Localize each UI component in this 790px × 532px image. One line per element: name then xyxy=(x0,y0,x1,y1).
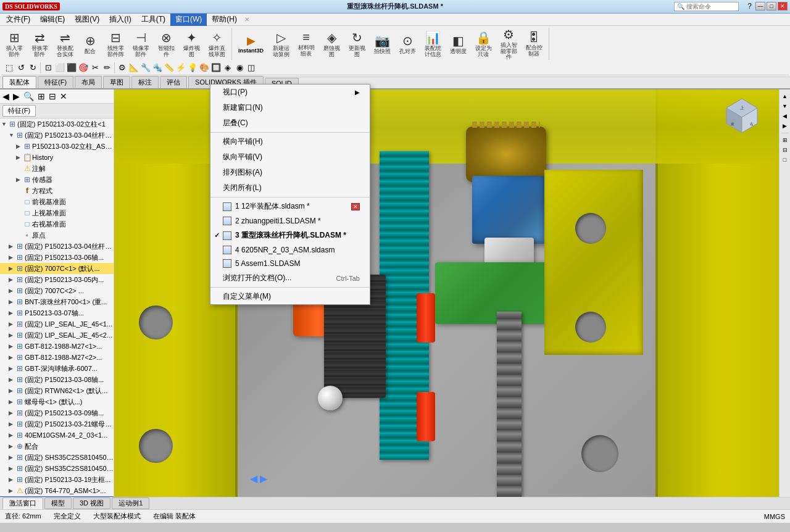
tb2-icon12[interactable]: ⚡ xyxy=(175,62,186,73)
tab-motion[interactable]: 运动例1 xyxy=(112,497,149,509)
left-nav-forward[interactable]: ▶ xyxy=(12,91,21,102)
tree-node-n21[interactable]: ▶ ⊞ GBT-深沟球轴承-6007... xyxy=(0,363,114,374)
smart-component-button[interactable]: ⚙ 插入智能零部件 xyxy=(496,29,521,59)
tree-node-plane1[interactable]: □ 前视基准面 xyxy=(0,196,114,207)
tab-3dview[interactable]: 3D 视图 xyxy=(73,497,110,509)
tree-node-n24[interactable]: ▶ ⊞ 螺母母<1> (默认...) xyxy=(0,396,114,407)
dd-item-customize[interactable]: 自定义菜单(M) xyxy=(210,289,370,304)
dd-item-vertical[interactable]: 纵向平铺(V) xyxy=(210,149,370,165)
replace-mate-button[interactable]: ⇌ 替换配合实体 xyxy=(52,29,77,59)
mate-button[interactable]: ⊕ 配合 xyxy=(78,29,102,59)
menu-window[interactable]: 窗口(W) xyxy=(170,13,207,26)
interference-button[interactable]: ◈ 磨蚀视图 xyxy=(319,29,344,59)
bom-button[interactable]: ≡ 材料明细表 xyxy=(294,29,318,59)
tb2-icon18[interactable]: ◫ xyxy=(246,62,257,73)
tree-node-n31[interactable]: ▶ ⊞ (固定) P150213-03-19主框... xyxy=(0,474,114,485)
left-expand[interactable]: ⊞ xyxy=(36,91,46,102)
close-button[interactable]: ✕ xyxy=(778,2,788,10)
tb2-icon3[interactable]: ⬛ xyxy=(66,62,77,73)
dd-item-file2[interactable]: 2 zhuangpeiti1.SLDASM * xyxy=(210,214,370,228)
explode-line-button[interactable]: ✧ 爆炸直线草图 xyxy=(204,29,229,59)
tab-feature-tree[interactable]: 特征(F) xyxy=(2,105,36,117)
tree-node-n11[interactable]: ▶ ⊞ (固定) P150213-03-06轴... xyxy=(0,252,114,263)
tree-node-history1[interactable]: ▶ 📋 History xyxy=(0,152,114,163)
tb2-rotate[interactable]: ↺ xyxy=(15,62,27,73)
tree-node-n2a[interactable]: ▶ ⊞ P150213-03-02立柱_ASM... xyxy=(0,141,114,152)
insert-part-button[interactable]: ⊞ 插入零 部件 xyxy=(2,29,27,59)
dd-item-close-all[interactable]: 关闭所有(L) xyxy=(210,180,370,196)
tree-node-n22[interactable]: ▶ ⊞ (固定) P150213-03-08轴... xyxy=(0,374,114,385)
tree-node-n15[interactable]: ▶ ⊞ BNT-滚珠丝杆700<1> (重... xyxy=(0,296,114,307)
tb2-icon8[interactable]: 📐 xyxy=(128,62,139,73)
tab-layout[interactable]: 布局 xyxy=(75,76,102,88)
tb2-icon2[interactable]: ⬜ xyxy=(54,62,65,73)
rt-btn-5[interactable]: ⊞ xyxy=(781,136,789,144)
dd-item-file4[interactable]: 4 6205NR_2_03_ASM.sldasm xyxy=(210,243,370,257)
tab-model[interactable]: 模型 xyxy=(44,497,72,509)
tb2-icon7[interactable]: ⚙ xyxy=(117,62,128,73)
tab-annotation[interactable]: 标注 xyxy=(131,76,159,88)
tree-node-n14[interactable]: ▶ ⊞ (固定) 7007C<2> ... xyxy=(0,285,114,296)
replace-part-button[interactable]: ⇄ 替换零部件 xyxy=(27,29,52,59)
mate-controller-button[interactable]: 🎛 配合控制器 xyxy=(522,29,546,59)
tab-active-window[interactable]: 激活窗口 xyxy=(2,497,43,509)
tree-node-n33[interactable]: ▼ ⊞ (固定) P150213-03-03滑台_AS... xyxy=(0,496,114,497)
tb2-icon9[interactable]: 🔧 xyxy=(140,62,151,73)
tree-node-sensor[interactable]: ▶ ⊞ 传感器 xyxy=(0,174,114,185)
tree-node-n17[interactable]: ▶ ⊞ (固定) LIP_SEAL_JE_45<1... xyxy=(0,318,114,330)
help-icon[interactable]: ? xyxy=(745,2,754,11)
asm-stat-button[interactable]: 📊 装配统计信息 xyxy=(420,29,445,59)
tree-node-n27[interactable]: ▶ ⊞ 40EM10GSM-24_2_03<1... xyxy=(0,430,114,441)
tb2-icon5[interactable]: ✂ xyxy=(89,62,101,73)
dd-file1-close[interactable]: ✕ xyxy=(351,203,360,210)
new-motion-button[interactable]: ▷ 新建运动算例 xyxy=(268,29,293,59)
tb2-icon10[interactable]: 🔩 xyxy=(152,62,163,73)
tree-node-n19[interactable]: ▶ ⊞ GBT-812-1988-M27<1>... xyxy=(0,341,114,352)
tree-node-n10[interactable]: ▶ ⊞ (固定) P150213-03-04丝杆库... xyxy=(0,241,114,252)
tree-node-root[interactable]: ▼ ⊞ (固定) P150213-03-02立柱<1 xyxy=(0,118,114,130)
rt-btn-7[interactable]: □ xyxy=(781,156,789,164)
tree-node-n29[interactable]: ▶ ⊞ (固定) SHS35C2SS8104508-M... xyxy=(0,452,114,463)
tree-node-n18[interactable]: ▶ ⊞ (固定) LIP_SEAL_JE_45<2... xyxy=(0,330,114,341)
dd-item-cascade[interactable]: 层叠(C) xyxy=(210,115,370,131)
menu-insert[interactable]: 插入(I) xyxy=(104,13,136,26)
tree-node-notes[interactable]: ⚠ 注解 xyxy=(0,163,114,174)
tree-node-plane3[interactable]: □ 右视基准面 xyxy=(0,218,114,230)
rt-btn-4[interactable]: ▶ xyxy=(781,122,789,130)
rt-btn-3[interactable]: ◀ xyxy=(781,112,789,120)
readonly-button[interactable]: 🔒 设定为只读 xyxy=(471,29,496,59)
tb2-icon11[interactable]: 📏 xyxy=(164,62,175,73)
linear-pattern-button[interactable]: ⊟ 线性零部件阵 xyxy=(103,29,128,59)
dd-item-viewport[interactable]: 视口(P) ▶ xyxy=(210,85,370,100)
minimize-button[interactable]: — xyxy=(755,2,765,10)
menu-tools[interactable]: 工具(T) xyxy=(136,13,170,26)
title-search[interactable]: 🔍 xyxy=(674,2,739,11)
tree-node-n13[interactable]: ▶ ⊞ (固定) P150213-03-05内... xyxy=(0,274,114,285)
tree-node-n12[interactable]: ▶ ⊞ (固定) 7007C<1> (默认... xyxy=(0,263,114,274)
dd-item-file5[interactable]: 5 Assem1.SLDASM xyxy=(210,257,370,270)
dd-item-arrange[interactable]: 排列图标(A) xyxy=(210,165,370,180)
tab-evaluate[interactable]: 评估 xyxy=(160,76,187,88)
tab-assembly[interactable]: 装配体 xyxy=(2,76,36,88)
tree-node-n16[interactable]: ▶ ⊞ P150213-03-07轴... xyxy=(0,307,114,318)
tree-node-origin[interactable]: ◦ 原点 xyxy=(0,230,114,241)
explode-button[interactable]: ✦ 爆炸视图 xyxy=(179,29,204,59)
tree-node-n23[interactable]: ▶ ⊞ (固定) RTWN62<1> (默认... xyxy=(0,385,114,396)
dd-item-file1[interactable]: 1 12半装配体.sldasm * ✕ xyxy=(210,199,370,214)
menu-view[interactable]: 视图(V) xyxy=(70,13,104,26)
dd-item-browse[interactable]: 浏览打开的文档(O)... Ctrl-Tab xyxy=(210,270,370,286)
tree-node-n25[interactable]: ▶ ⊞ (固定) P150213-03-09轴... xyxy=(0,407,114,418)
menu-edit[interactable]: 编辑(E) xyxy=(35,13,70,26)
left-collapse[interactable]: ⊟ xyxy=(48,91,57,102)
tab-features[interactable]: 特征(F) xyxy=(38,76,73,88)
transparency-button[interactable]: ◧ 透明度 xyxy=(446,29,470,59)
nav-right-arrow[interactable]: ▶ xyxy=(260,473,267,484)
menu-file[interactable]: 文件(F) xyxy=(1,13,35,26)
tb2-zoom-fit[interactable]: ⬚ xyxy=(4,62,15,73)
tb2-icon1[interactable]: ⊡ xyxy=(43,62,54,73)
mirror-button[interactable]: ⊣ 镜像零部件 xyxy=(128,29,153,59)
tree-node-n32[interactable]: ▶ ⚠ (固定) T64-770_ASM<1>... xyxy=(0,485,114,496)
search-input[interactable] xyxy=(686,3,736,10)
tree-node-n26[interactable]: ▶ ⊞ (固定) P150213-03-21螺母<1... xyxy=(0,418,114,430)
tb2-icon13[interactable]: 💡 xyxy=(187,62,198,73)
